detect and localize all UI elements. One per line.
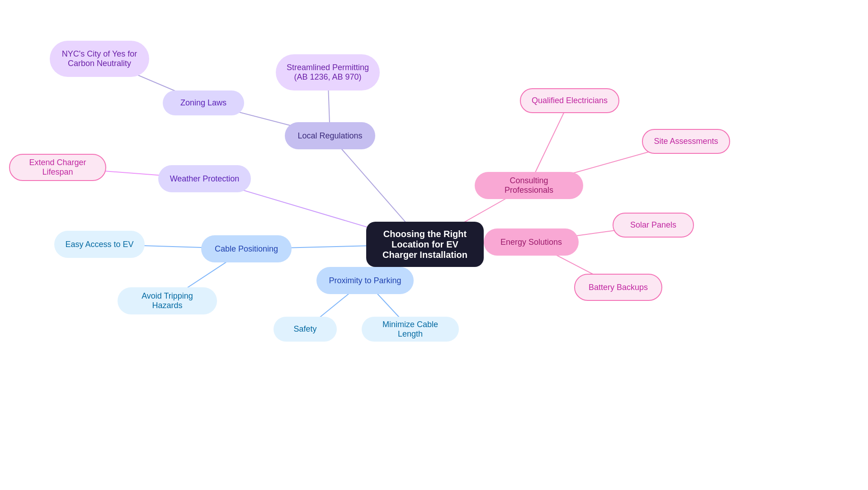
node-energy-solutions[interactable]: Energy Solutions bbox=[484, 228, 579, 256]
node-local-regulations[interactable]: Local Regulations bbox=[285, 122, 375, 149]
node-minimize-cable[interactable]: Minimize Cable Length bbox=[362, 317, 459, 342]
node-streamlined-permitting[interactable]: Streamlined Permitting (AB 1236, AB 970) bbox=[276, 54, 380, 90]
node-extend-charger-lifespan[interactable]: Extend Charger Lifespan bbox=[9, 154, 106, 181]
node-avoid-tripping[interactable]: Avoid Tripping Hazards bbox=[118, 287, 217, 314]
node-battery-backups[interactable]: Battery Backups bbox=[574, 274, 662, 301]
node-consulting-professionals[interactable]: Consulting Professionals bbox=[475, 172, 583, 199]
node-zoning-laws[interactable]: Zoning Laws bbox=[163, 90, 244, 115]
node-qualified-electricians[interactable]: Qualified Electricians bbox=[520, 88, 619, 113]
mindmap-container: Choosing the Right Location for EV Charg… bbox=[0, 0, 868, 490]
node-solar-panels[interactable]: Solar Panels bbox=[613, 213, 694, 238]
node-safety[interactable]: Safety bbox=[274, 317, 337, 342]
node-cable-positioning[interactable]: Cable Positioning bbox=[201, 235, 292, 262]
node-easy-access[interactable]: Easy Access to EV bbox=[54, 231, 145, 258]
center-node[interactable]: Choosing the Right Location for EV Charg… bbox=[366, 222, 484, 267]
node-proximity-parking[interactable]: Proximity to Parking bbox=[316, 267, 414, 294]
node-site-assessments[interactable]: Site Assessments bbox=[642, 129, 730, 154]
node-nyc-city[interactable]: NYC's City of Yes for Carbon Neutrality bbox=[50, 41, 149, 77]
node-weather-protection[interactable]: Weather Protection bbox=[158, 165, 251, 192]
